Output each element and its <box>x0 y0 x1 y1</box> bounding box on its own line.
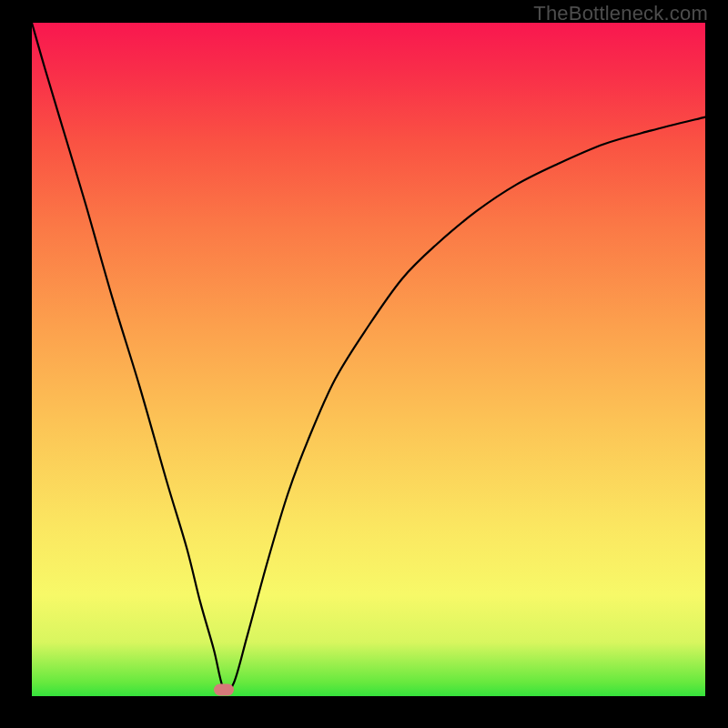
minimum-marker <box>214 683 234 695</box>
chart-frame: TheBottleneck.com <box>0 0 728 728</box>
curve-line <box>32 23 705 693</box>
curve-svg <box>32 23 705 696</box>
plot-area <box>32 23 705 696</box>
